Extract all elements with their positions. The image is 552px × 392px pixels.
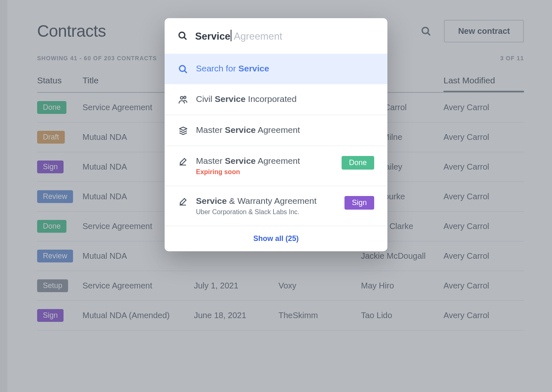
show-all-link[interactable]: Show all (25) — [165, 226, 387, 251]
contact-icon — [178, 94, 189, 105]
svg-line-5 — [184, 71, 186, 73]
contract-icon — [178, 196, 189, 207]
search-icon — [178, 31, 188, 41]
search-modal: Service Agreement Search for Service Civ… — [165, 18, 387, 251]
search-for-item[interactable]: Search for Service — [165, 54, 387, 84]
template-icon — [178, 125, 189, 136]
result-subtext: Uber Corporation & Slack Labs Inc. — [196, 208, 337, 216]
result-title: Service & Warranty Agreement — [196, 196, 337, 206]
search-results-list: Search for Service Civil Service Incorpo… — [165, 54, 387, 226]
svg-point-6 — [180, 97, 183, 99]
search-result-item[interactable]: Master Service AgreementExpiring soonDon… — [165, 146, 387, 186]
search-result-item[interactable]: Service & Warranty AgreementUber Corpora… — [165, 186, 387, 226]
result-subtext: Expiring soon — [196, 168, 334, 176]
search-icon — [178, 64, 189, 74]
svg-point-7 — [184, 96, 186, 98]
search-ghost-suggestion: Agreement — [231, 31, 282, 42]
search-input-row[interactable]: Service Agreement — [165, 18, 387, 54]
status-badge: Sign — [344, 196, 374, 210]
status-badge: Done — [342, 156, 374, 170]
svg-line-3 — [184, 37, 186, 39]
search-result-item[interactable]: Civil Service Incorporated — [165, 84, 387, 115]
result-title: Master Service Agreement — [196, 125, 374, 135]
search-typed-text: Service — [195, 31, 230, 42]
search-for-text: Search for Service — [196, 64, 374, 73]
search-result-item[interactable]: Master Service Agreement — [165, 115, 387, 146]
search-input[interactable]: Service Agreement — [195, 30, 374, 42]
contract-icon — [178, 156, 189, 167]
result-title: Civil Service Incorporated — [196, 94, 374, 104]
result-title: Master Service Agreement — [196, 156, 334, 166]
